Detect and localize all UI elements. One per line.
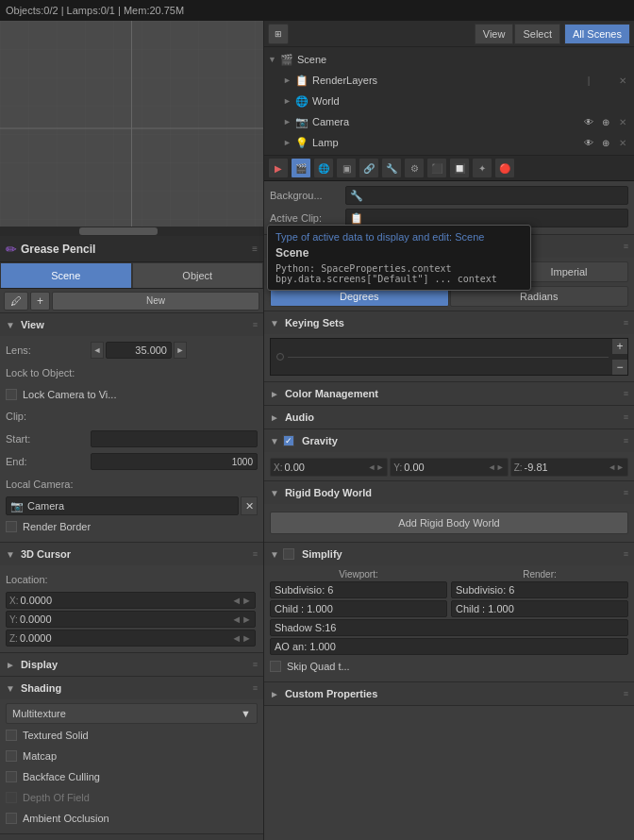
shading-drag[interactable]: ≡ bbox=[253, 683, 258, 693]
units-drag[interactable]: ≡ bbox=[624, 242, 628, 251]
simplify-child-viewport[interactable]: Child : 1.000 bbox=[270, 600, 447, 617]
tree-item-renderlayers[interactable]: ► 📋 RenderLayers | ✕ bbox=[264, 70, 634, 91]
gravity-z-field[interactable]: Z: -9.81 ◄► bbox=[510, 458, 628, 477]
camera-clear-btn[interactable]: ✕ bbox=[241, 496, 258, 515]
cursor-section-header[interactable]: ▼ 3D Cursor ≡ bbox=[0, 543, 263, 565]
props-tab-texture[interactable]: 🔲 bbox=[449, 158, 470, 178]
tree-item-camera[interactable]: ► 📷 Camera 👁 ⊕ ✕ bbox=[264, 111, 634, 132]
display-drag[interactable]: ≡ bbox=[253, 660, 258, 669]
keying-minus-btn[interactable]: − bbox=[612, 360, 627, 375]
custom-props-title: Custom Properties bbox=[285, 688, 377, 699]
right-icon-1[interactable]: ⊞ bbox=[268, 24, 289, 44]
clip-row: Clip: bbox=[6, 406, 258, 427]
gravity-z-label: Z: bbox=[514, 462, 523, 473]
ao-checkbox[interactable] bbox=[6, 813, 17, 824]
viewport-scrollbar[interactable] bbox=[0, 227, 263, 236]
simplify-shadow[interactable]: Shadow S:16 bbox=[270, 619, 628, 636]
lamp-ctrl-3: ✕ bbox=[615, 135, 630, 150]
view-section-header[interactable]: ▼ View ≡ bbox=[0, 313, 263, 336]
simplify-header[interactable]: ▼ Simplify ≡ bbox=[264, 543, 634, 565]
cursor-x-field[interactable]: X: 0.0000 ◄► bbox=[6, 592, 256, 609]
all-scenes-btn[interactable]: All Scenes bbox=[564, 24, 630, 44]
props-tab-data[interactable]: ⚙ bbox=[404, 158, 425, 178]
tab-object[interactable]: Object bbox=[132, 262, 264, 288]
cursor-y-field[interactable]: Y: 0.0000 ◄► bbox=[6, 611, 256, 628]
properties-tabs: ▶ 🎬 🌐 ▣ 🔗 🔧 ⚙ ⬛ 🔲 ✦ 🔴 bbox=[264, 156, 634, 181]
simplify-child-render[interactable]: Child : 1.000 bbox=[451, 600, 628, 617]
keying-sets-header[interactable]: ▼ Keying Sets ≡ bbox=[264, 311, 634, 334]
add-rigid-body-world-btn[interactable]: Add Rigid Body World bbox=[270, 512, 628, 534]
shading-section-header[interactable]: ▼ Shading ≡ bbox=[0, 677, 263, 699]
clip-start-value[interactable] bbox=[91, 430, 258, 447]
props-tab-physics[interactable]: 🔴 bbox=[494, 158, 515, 178]
skip-quad-checkbox[interactable] bbox=[270, 661, 281, 672]
cursor-icon-btn[interactable]: + bbox=[30, 292, 50, 311]
rigid-body-drag[interactable]: ≡ bbox=[624, 488, 628, 497]
paint-icon-btn[interactable]: 🖊 bbox=[4, 292, 28, 311]
props-tab-object[interactable]: ▣ bbox=[336, 158, 357, 178]
simplify-subdiv-render[interactable]: Subdivisio: 6 bbox=[451, 581, 628, 598]
props-tab-constraints[interactable]: 🔗 bbox=[359, 158, 379, 178]
select-btn[interactable]: Select bbox=[514, 24, 560, 44]
new-button[interactable]: New bbox=[52, 292, 259, 311]
shading-mode-select[interactable]: Multitexture ▼ bbox=[6, 703, 258, 724]
tree-item-world[interactable]: ► 🌐 World bbox=[264, 91, 634, 111]
props-tab-render[interactable]: ▶ bbox=[268, 158, 289, 178]
keying-drag[interactable]: ≡ bbox=[624, 318, 628, 328]
gravity-drag[interactable]: ≡ bbox=[624, 436, 628, 445]
simplify-ao[interactable]: AO an: 1.000 bbox=[270, 638, 628, 655]
lens-decrement[interactable]: ◄ bbox=[91, 342, 104, 359]
camera-icon: 📷 bbox=[10, 500, 24, 512]
active-clip-icon: 📋 bbox=[350, 212, 363, 225]
backface-checkbox[interactable] bbox=[6, 771, 17, 782]
simplify-subdiv-viewport[interactable]: Subdivisio: 6 bbox=[270, 581, 447, 598]
custom-props-drag[interactable]: ≡ bbox=[624, 689, 628, 698]
tree-item-scene[interactable]: ▼ 🎬 Scene bbox=[264, 49, 634, 70]
display-section-header[interactable]: ► Display ≡ bbox=[0, 653, 263, 676]
lock-object-label: Lock to Object: bbox=[6, 367, 91, 378]
keying-plus-btn[interactable]: + bbox=[612, 339, 627, 354]
view-btn[interactable]: View bbox=[475, 24, 514, 44]
background-input[interactable]: 🔧 bbox=[345, 186, 628, 205]
gravity-y-field[interactable]: Y: 0.00 ◄► bbox=[390, 458, 508, 477]
rigid-body-world-header[interactable]: ▼ Rigid Body World ≡ bbox=[264, 481, 634, 504]
simplify-checkbox[interactable] bbox=[283, 548, 294, 560]
textured-solid-checkbox[interactable] bbox=[6, 730, 17, 741]
props-tab-world[interactable]: 🌐 bbox=[313, 158, 334, 178]
lock-camera-checkbox[interactable] bbox=[6, 389, 17, 400]
toolbar: 🖊 + New bbox=[0, 289, 263, 313]
cursor-drag[interactable]: ≡ bbox=[253, 549, 258, 559]
view-drag[interactable]: ≡ bbox=[253, 320, 258, 329]
props-tab-modifier[interactable]: 🔧 bbox=[381, 158, 402, 178]
matcap-checkbox[interactable] bbox=[6, 750, 17, 762]
custom-props-header[interactable]: ► Custom Properties ≡ bbox=[264, 682, 634, 705]
color-drag[interactable]: ≡ bbox=[624, 389, 628, 398]
color-management-header[interactable]: ► Color Management ≡ bbox=[264, 382, 634, 405]
tree-item-lamp[interactable]: ► 💡 Lamp 👁 ⊕ ✕ bbox=[264, 132, 634, 153]
props-tab-scene[interactable]: 🎬 bbox=[291, 158, 311, 178]
viewport[interactable] bbox=[0, 21, 263, 236]
gravity-header[interactable]: ▼ ✓ Gravity ≡ bbox=[264, 429, 634, 452]
gravity-checkbox[interactable]: ✓ bbox=[283, 435, 294, 446]
lens-increment[interactable]: ► bbox=[174, 342, 187, 359]
status-text: Objects:0/2 | Lamps:0/1 | Mem:20.75M bbox=[6, 5, 184, 16]
dof-checkbox[interactable] bbox=[6, 792, 17, 803]
motion-tracking-header[interactable]: ► ✓ Motion Tracking ≡ bbox=[0, 834, 263, 840]
keying-sets-content: + − bbox=[264, 334, 634, 381]
cursor-z-field[interactable]: Z: 0.0000 ◄► bbox=[6, 630, 256, 647]
props-tab-material[interactable]: ⬛ bbox=[426, 158, 447, 178]
simplify-drag[interactable]: ≡ bbox=[624, 549, 628, 559]
camera-label: Camera bbox=[27, 500, 64, 512]
cursor-section-title: 3D Cursor bbox=[21, 548, 71, 560]
panel-drag-handle[interactable]: ≡ bbox=[252, 244, 258, 254]
props-tab-particles[interactable]: ✦ bbox=[472, 158, 492, 178]
clip-end-value[interactable]: 1000 bbox=[91, 453, 258, 470]
tab-scene[interactable]: Scene bbox=[0, 262, 132, 288]
scene-ctrl-1 bbox=[598, 52, 613, 67]
audio-header[interactable]: ► Audio ≡ bbox=[264, 406, 634, 428]
render-border-checkbox[interactable] bbox=[6, 521, 17, 532]
audio-drag[interactable]: ≡ bbox=[624, 412, 628, 422]
gravity-x-field[interactable]: X: 0.00 ◄► bbox=[270, 458, 388, 477]
camera-value[interactable]: 📷 Camera bbox=[6, 496, 239, 515]
lens-value[interactable]: 35.000 bbox=[106, 342, 172, 359]
